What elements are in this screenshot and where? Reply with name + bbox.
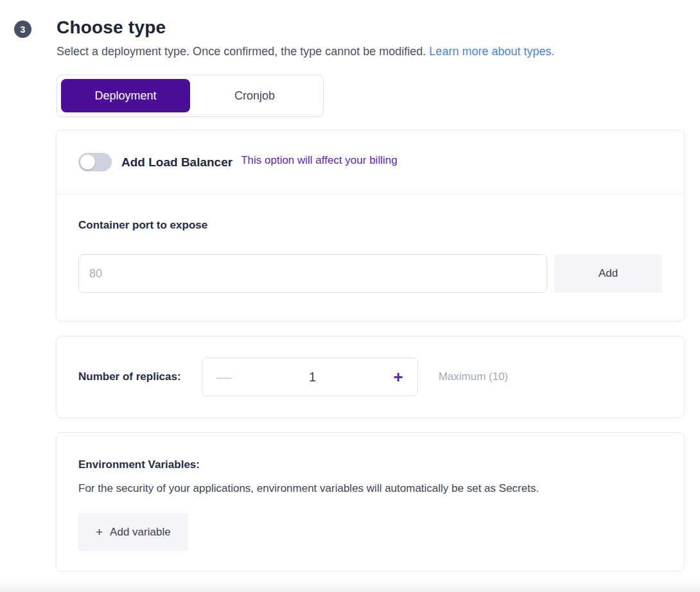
replicas-stepper: — 1 +	[202, 358, 418, 396]
type-tabs: Deployment Cronjob	[57, 74, 324, 117]
container-port-section: Container port to expose Add	[57, 195, 684, 321]
subtitle-text: Select a deployment type. Once confirmed…	[57, 45, 426, 58]
load-balancer-card: Add Load Balancer This option will affec…	[56, 130, 685, 322]
add-variable-label: Add variable	[110, 526, 171, 539]
replicas-value: 1	[309, 370, 316, 385]
load-balancer-label: Add Load Balancer	[121, 155, 232, 170]
load-balancer-row: Add Load Balancer This option will affec…	[57, 130, 684, 194]
load-balancer-toggle[interactable]	[78, 153, 112, 171]
env-variables-description: For the security of your applications, e…	[78, 482, 662, 495]
add-variable-button[interactable]: + Add variable	[78, 513, 188, 551]
page-title: Choose type	[57, 17, 554, 38]
step-number-badge: 3	[14, 21, 31, 38]
container-port-input[interactable]	[78, 254, 547, 293]
replicas-max-note: Maximum (10)	[439, 370, 509, 383]
add-port-button[interactable]: Add	[554, 254, 662, 293]
replicas-label: Number of replicas:	[78, 370, 181, 383]
plus-icon[interactable]: +	[393, 369, 403, 385]
replicas-card: Number of replicas: — 1 + Maximum (10)	[56, 336, 685, 418]
plus-icon: +	[96, 525, 103, 539]
container-port-label: Container port to expose	[78, 219, 662, 232]
environment-variables-card: Environment Variables: For the security …	[56, 432, 685, 571]
choose-type-header: 3 Choose type Select a deployment type. …	[0, 0, 700, 58]
header-text: Choose type Select a deployment type. On…	[57, 17, 554, 58]
tab-deployment[interactable]: Deployment	[61, 79, 190, 112]
bottom-scroll-fade	[0, 579, 700, 592]
toggle-knob-icon	[80, 155, 95, 170]
env-variables-title: Environment Variables:	[78, 458, 662, 471]
billing-warning-text: This option will affect your billing	[241, 154, 397, 167]
minus-icon[interactable]: —	[216, 369, 232, 385]
learn-more-link[interactable]: Learn more about types.	[429, 45, 554, 58]
container-port-row: Add	[78, 254, 662, 293]
page-subtitle: Select a deployment type. Once confirmed…	[57, 45, 554, 58]
tab-cronjob[interactable]: Cronjob	[190, 79, 319, 112]
